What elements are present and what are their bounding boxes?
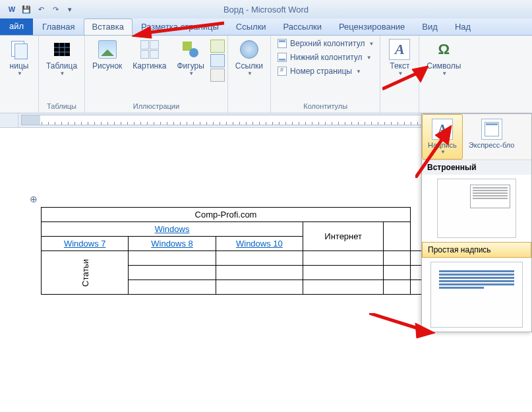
quick-access-toolbar: W 💾 ↶ ↷ ▾: [0, 3, 76, 16]
chevron-down-icon: ▼: [60, 71, 65, 76]
table-cell[interactable]: [384, 280, 411, 295]
tab-review[interactable]: Рецензирование: [330, 18, 413, 35]
table-button[interactable]: Таблица ▼: [42, 37, 82, 78]
gallery-item-label[interactable]: Простая надпись: [422, 242, 531, 258]
table-cell[interactable]: Windows 10: [216, 237, 303, 251]
table-link[interactable]: Windows: [155, 224, 190, 234]
redo-icon[interactable]: ↷: [49, 3, 62, 16]
page-number-icon: [278, 67, 287, 76]
gallery-items: [422, 258, 531, 332]
symbols-button[interactable]: Ω Символы ▼: [422, 37, 465, 78]
table-cell[interactable]: Windows 7: [42, 237, 129, 251]
links-label: Ссылки: [235, 61, 263, 71]
table-cell[interactable]: [411, 266, 422, 280]
table-cell[interactable]: [303, 251, 384, 266]
tab-mailings[interactable]: Рассылки: [275, 18, 330, 35]
group-illustrations-label: Иллюстрации: [88, 102, 225, 111]
footer-button[interactable]: Нижний колонтитул ▼: [274, 51, 377, 64]
chevron-down-icon: ▼: [247, 71, 252, 76]
save-icon[interactable]: 💾: [20, 3, 33, 16]
screenshot-icon[interactable]: [210, 69, 225, 82]
clipart-button[interactable]: Картинка: [128, 37, 171, 73]
undo-icon[interactable]: ↶: [34, 3, 47, 16]
table-cell[interactable]: [129, 266, 216, 280]
table-link[interactable]: Windows 8: [151, 239, 193, 249]
tab-file[interactable]: айл: [0, 18, 33, 35]
quickparts-tool[interactable]: Экспресс-бло: [463, 114, 521, 160]
table-cell[interactable]: [216, 251, 303, 266]
group-header-footer-label: Колонтитулы: [274, 102, 377, 111]
table-cell[interactable]: Интернет: [303, 222, 384, 251]
window-title: Ворд - Microsoft Word: [223, 5, 309, 15]
chart-icon[interactable]: [210, 54, 225, 67]
text-label: Текст: [390, 61, 409, 71]
tab-addins[interactable]: Над: [446, 18, 479, 35]
svg-rect-0: [54, 43, 70, 56]
table-cell[interactable]: [216, 266, 303, 280]
footer-icon: [278, 53, 287, 62]
qat-customize-icon[interactable]: ▾: [63, 3, 76, 16]
quickparts-icon: [481, 119, 502, 140]
group-pages: ницы ▼: [0, 36, 39, 113]
table-cell[interactable]: [384, 222, 411, 251]
group-header-footer: Верхний колонтитул ▼ Нижний колонтитул ▼…: [271, 36, 380, 113]
chevron-down-icon: ▼: [17, 71, 22, 76]
document-table[interactable]: Comp-Profi.com WindowsИнтернет Windows 7…: [41, 207, 422, 295]
tab-page-layout[interactable]: Разметка страницы: [133, 18, 227, 35]
table-cell[interactable]: [384, 266, 411, 280]
group-tables: Таблица ▼ Таблицы: [39, 36, 85, 113]
group-pages-label: [3, 110, 36, 111]
table-link[interactable]: Windows 7: [64, 239, 106, 249]
tab-references[interactable]: Ссылки: [227, 18, 275, 35]
gallery-item-thumb[interactable]: [430, 262, 523, 328]
table-link[interactable]: Windows 10: [236, 239, 283, 249]
chevron-down-icon: ▼: [398, 71, 403, 76]
header-icon: [278, 39, 287, 48]
symbol-icon: Ω: [434, 40, 453, 59]
title-bar: W 💾 ↶ ↷ ▾ Ворд - Microsoft Word: [0, 0, 532, 18]
picture-button[interactable]: Рисунок: [88, 37, 127, 73]
shapes-button[interactable]: Фигуры ▼: [172, 37, 208, 78]
gallery-item-thumb[interactable]: [437, 179, 516, 238]
table-cell[interactable]: [216, 280, 303, 295]
shapes-icon: [181, 40, 200, 59]
tab-view[interactable]: Вид: [413, 18, 446, 35]
page-number-button[interactable]: Номер страницы ▼: [274, 65, 377, 78]
table-cell[interactable]: [411, 280, 422, 295]
chevron-down-icon: ▼: [356, 69, 361, 74]
pages-button[interactable]: ницы ▼: [3, 37, 36, 78]
chevron-down-icon: ▼: [442, 71, 447, 76]
word-icon[interactable]: W: [5, 3, 18, 16]
tab-home[interactable]: Главная: [34, 18, 83, 35]
table-row: Comp-Profi.com: [42, 208, 422, 222]
table-cell[interactable]: Windows: [42, 222, 303, 237]
clipart-label: Картинка: [133, 61, 166, 71]
table-cell[interactable]: [384, 251, 411, 266]
table-cell[interactable]: Windows 8: [129, 237, 216, 251]
chevron-down-icon: ▼: [440, 149, 446, 155]
group-illustrations: Рисунок Картинка Фигуры ▼ Иллюстрации: [85, 36, 228, 113]
tab-insert[interactable]: Вставка: [84, 18, 133, 35]
header-button[interactable]: Верхний колонтитул ▼: [274, 37, 377, 50]
footer-label: Нижний колонтитул: [290, 53, 363, 62]
links-button[interactable]: Ссылки ▼: [231, 37, 268, 78]
quickparts-tool-label: Экспресс-бло: [469, 141, 515, 149]
table-cell[interactable]: [129, 251, 216, 266]
table-cell[interactable]: [129, 280, 216, 295]
textbox-tool-label: Надпись: [428, 141, 457, 149]
text-button[interactable]: A Текст ▼: [383, 37, 416, 78]
textbox-tool[interactable]: Надпись ▼: [422, 114, 463, 160]
smartart-icon[interactable]: [210, 40, 225, 53]
table-cell[interactable]: [303, 266, 384, 280]
table-cell[interactable]: [303, 280, 384, 295]
group-text: A Текст ▼: [380, 36, 419, 113]
group-links-label: [231, 110, 268, 111]
ruler-corner: [0, 113, 18, 127]
table-icon: [53, 40, 71, 59]
table-cell-vertical[interactable]: Статьи: [42, 251, 129, 295]
table-cell[interactable]: Comp-Profi.com: [42, 208, 411, 222]
chevron-down-icon: ▼: [189, 71, 194, 76]
table-cell[interactable]: [411, 251, 422, 266]
textbox-icon: [432, 119, 453, 140]
chevron-down-icon: ▼: [367, 55, 372, 61]
